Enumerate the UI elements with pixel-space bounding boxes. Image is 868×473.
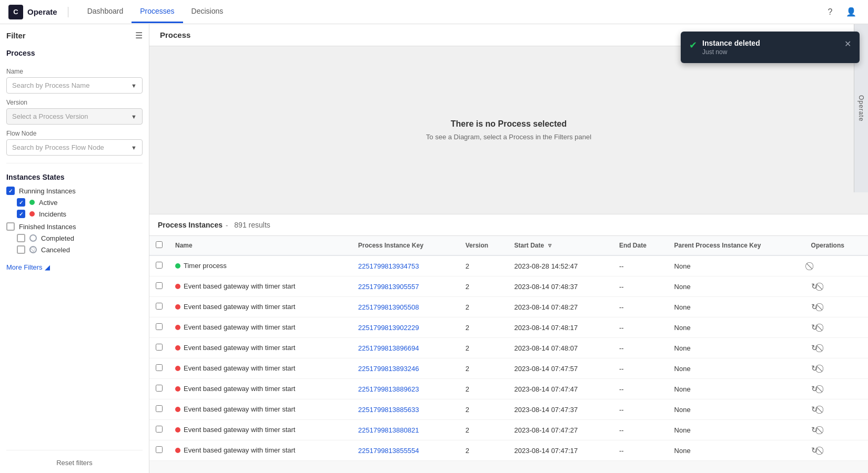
instance-key-link[interactable]: 2251799813880821 — [358, 426, 419, 434]
more-filters-button[interactable]: More Filters ◢ — [6, 263, 143, 271]
retry-icon[interactable]: ↻ — [811, 282, 818, 291]
status-dot — [175, 448, 180, 453]
instance-key-link[interactable]: 2251799813885633 — [358, 406, 419, 414]
nav-tab-dashboard[interactable]: Dashboard — [79, 1, 132, 23]
retry-icon[interactable]: ↻ — [811, 446, 818, 455]
instance-operations: ↻⃠ — [805, 379, 868, 399]
table-row: Event based gateway with timer start 225… — [149, 276, 868, 297]
running-instances-checkbox[interactable]: ✓ — [6, 187, 15, 195]
instance-start-date: 2023-08-28 14:52:47 — [508, 255, 613, 276]
process-version-placeholder: Select a Process Version — [12, 112, 88, 120]
help-icon[interactable]: ? — [822, 4, 839, 20]
instance-version: 2 — [459, 255, 508, 276]
instance-operations: ↻⃠ — [805, 420, 868, 440]
retry-icon[interactable]: ↻ — [811, 302, 818, 311]
more-filters-label: More Filters — [6, 263, 43, 271]
canceled-label: Canceled — [41, 246, 70, 254]
incidents-row[interactable]: ✓ Incidents — [17, 210, 143, 218]
row-checkbox-8[interactable] — [156, 426, 163, 433]
instance-end-date: -- — [613, 358, 668, 379]
reset-filters-button[interactable]: Reset filters — [6, 459, 143, 467]
row-checkbox-1[interactable] — [156, 282, 163, 289]
toast-close-icon[interactable]: ✕ — [844, 39, 851, 49]
retry-icon[interactable]: ↻ — [811, 364, 818, 373]
instance-name: Event based gateway with timer start — [184, 303, 295, 311]
instance-key-link[interactable]: 2251799813934753 — [358, 262, 419, 270]
retry-icon[interactable]: ↻ — [811, 405, 818, 414]
completed-row[interactable]: Completed — [17, 234, 143, 242]
status-dot — [175, 284, 180, 289]
instance-end-date: -- — [613, 276, 668, 297]
finished-instances-checkbox[interactable] — [6, 222, 15, 231]
instance-operations: ⃠ — [805, 255, 868, 276]
process-name-select[interactable]: Search by Process Name ▼ — [6, 77, 143, 94]
finished-instances-row[interactable]: Finished Instances — [6, 222, 143, 231]
nav-tab-decisions[interactable]: Decisions — [183, 1, 232, 23]
instance-version: 2 — [459, 358, 508, 379]
status-dot — [175, 345, 180, 351]
process-version-chevron: ▼ — [131, 114, 137, 120]
filter-settings-icon[interactable]: ☰ — [135, 30, 143, 40]
active-row[interactable]: ✓ Active — [17, 198, 143, 207]
table-row: Event based gateway with timer start 225… — [149, 379, 868, 399]
flow-node-label: Flow Node — [6, 130, 143, 137]
instance-end-date: -- — [613, 399, 668, 420]
instance-key-link[interactable]: 2251799813893246 — [358, 365, 419, 373]
instances-table: Name Process Instance Key Version Start … — [149, 236, 868, 461]
filter-funnel-icon: ◢ — [45, 263, 50, 271]
instance-version: 2 — [459, 379, 508, 399]
instance-parent-key: None — [668, 420, 805, 440]
user-icon[interactable]: 👤 — [843, 4, 860, 20]
process-name-chevron: ▼ — [131, 83, 137, 89]
retry-icon[interactable]: ↻ — [811, 323, 818, 332]
row-checkbox-5[interactable] — [156, 364, 163, 371]
th-select — [149, 236, 169, 255]
nav-tab-processes[interactable]: Processes — [132, 1, 183, 23]
instances-separator: - — [226, 221, 228, 229]
instance-operations: ↻⃠ — [805, 440, 868, 461]
row-checkbox-2[interactable] — [156, 303, 163, 310]
instance-key-link[interactable]: 2251799813905557 — [358, 283, 419, 291]
row-checkbox-9[interactable] — [156, 446, 163, 453]
running-instances-row[interactable]: ✓ Running Instances — [6, 187, 143, 195]
instance-key-link[interactable]: 2251799813896694 — [358, 344, 419, 352]
completed-checkbox[interactable] — [17, 234, 25, 242]
toast-content: Instance deleted Just now — [702, 39, 839, 56]
instance-key-link[interactable]: 2251799813889623 — [358, 385, 419, 393]
canceled-checkbox[interactable] — [17, 245, 25, 254]
flow-node-select[interactable]: Search by Process Flow Node ▼ — [6, 139, 143, 156]
th-start-date[interactable]: Start Date ▿ — [508, 236, 613, 255]
row-checkbox-7[interactable] — [156, 405, 163, 412]
instance-end-date: -- — [613, 420, 668, 440]
process-version-select[interactable]: Select a Process Version ▼ — [6, 108, 143, 125]
incidents-checkbox[interactable]: ✓ — [17, 210, 25, 218]
instance-parent-key: None — [668, 358, 805, 379]
active-dot — [29, 200, 35, 205]
canceled-row[interactable]: ⃠ Canceled — [17, 245, 143, 254]
instances-count: 891 results — [234, 221, 270, 229]
toast-notification: ✔ Instance deleted Just now ✕ — [681, 32, 860, 63]
process-name-placeholder: Search by Process Name — [12, 81, 89, 89]
sidebar: Filter ☰ Process Name Search by Process … — [0, 24, 149, 473]
status-dot — [175, 366, 180, 371]
select-all-checkbox[interactable] — [156, 241, 163, 248]
instance-start-date: 2023-08-14 07:47:47 — [508, 379, 613, 399]
instance-end-date: -- — [613, 379, 668, 399]
row-checkbox-0[interactable] — [156, 262, 163, 269]
instance-key-link[interactable]: 2251799813902229 — [358, 324, 419, 332]
instance-key-link[interactable]: 2251799813855554 — [358, 447, 419, 455]
table-row: Event based gateway with timer start 225… — [149, 440, 868, 461]
retry-icon[interactable]: ↻ — [811, 425, 818, 434]
instance-key-link[interactable]: 2251799813905508 — [358, 303, 419, 311]
instance-name: Event based gateway with timer start — [184, 344, 295, 352]
active-checkbox[interactable]: ✓ — [17, 198, 25, 207]
th-end-date: End Date — [613, 236, 668, 255]
retry-icon[interactable]: ↻ — [811, 384, 818, 393]
retry-icon[interactable]: ↻ — [811, 343, 818, 352]
app-name: Operate — [27, 7, 57, 16]
row-checkbox-4[interactable] — [156, 344, 163, 351]
row-checkbox-6[interactable] — [156, 385, 163, 392]
th-version: Version — [459, 236, 508, 255]
row-checkbox-3[interactable] — [156, 323, 163, 330]
instance-start-date: 2023-08-14 07:47:37 — [508, 399, 613, 420]
